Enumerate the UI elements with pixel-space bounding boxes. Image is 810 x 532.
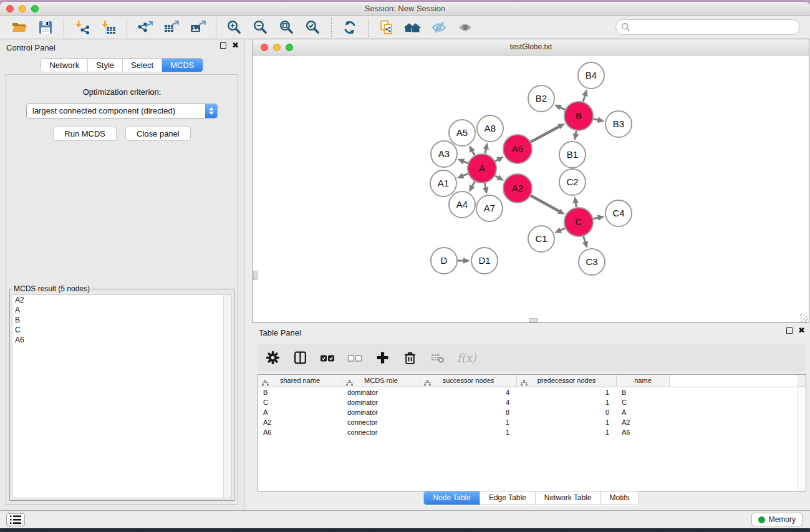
- import-network-button[interactable]: [69, 17, 95, 37]
- tab-select[interactable]: Select: [122, 59, 162, 72]
- show-eye-button[interactable]: [452, 17, 478, 37]
- app-title: Session: New Session: [0, 2, 810, 15]
- network-close-button[interactable]: [261, 44, 268, 51]
- graph-node-label: A6: [512, 143, 523, 154]
- hide-all-columns-button[interactable]: [347, 351, 362, 365]
- column-header-mcds-role[interactable]: MCDS role: [342, 375, 420, 387]
- toolbar-separator: [368, 18, 369, 37]
- table-settings-button[interactable]: [265, 351, 280, 365]
- column-type-icon: [346, 378, 353, 390]
- graph-node-label: A2: [512, 183, 523, 193]
- network-horizontal-scroll-nub[interactable]: [529, 318, 538, 322]
- tab-motifs[interactable]: Motifs: [600, 491, 639, 505]
- tab-network-table[interactable]: Network Table: [535, 491, 600, 505]
- zoom-out-button[interactable]: [248, 17, 274, 37]
- memory-button[interactable]: Memory: [751, 513, 803, 526]
- refresh-view-button[interactable]: [337, 17, 363, 37]
- network-vertical-scroll-nub[interactable]: [253, 271, 258, 280]
- network-zoom-button[interactable]: [286, 44, 293, 51]
- eye-icon: [457, 19, 473, 36]
- float-panel-icon[interactable]: [220, 42, 226, 49]
- close-panel-icon[interactable]: ✖: [232, 42, 239, 49]
- minimize-window-button[interactable]: [19, 5, 26, 12]
- export-network-button[interactable]: [132, 17, 158, 37]
- split-table-button[interactable]: [292, 351, 307, 365]
- window-resize-grip[interactable]: [800, 314, 808, 322]
- zoom-window-button[interactable]: [31, 5, 39, 12]
- close-panel-icon[interactable]: ✖: [798, 327, 805, 334]
- tab-network[interactable]: Network: [41, 59, 87, 72]
- mcds-result-item[interactable]: C: [12, 325, 231, 335]
- graph-node-label: B1: [567, 149, 578, 160]
- zoom-fit-button[interactable]: [274, 17, 300, 37]
- criterion-dropdown[interactable]: largest connected component (directed): [26, 104, 218, 118]
- zoom-in-button[interactable]: [221, 17, 248, 37]
- mcds-result-item[interactable]: A: [12, 305, 231, 315]
- float-panel-icon[interactable]: [786, 327, 793, 334]
- table-cell: A: [617, 407, 670, 417]
- table-row[interactable]: Bdominator41B: [258, 387, 806, 397]
- graph-edge-arrowhead: [456, 173, 464, 178]
- table-panel-title: Table Panel: [259, 328, 301, 337]
- tab-edge-table[interactable]: Edge Table: [480, 491, 535, 505]
- delete-column-button[interactable]: [402, 351, 417, 365]
- network-window-titlebar[interactable]: testGlobe.txt: [253, 39, 809, 56]
- mcds-result-item[interactable]: A2: [12, 295, 231, 305]
- save-session-button[interactable]: [32, 17, 59, 37]
- graph-edge[interactable]: [531, 196, 560, 212]
- table-row[interactable]: Cdominator41C: [258, 397, 806, 407]
- memory-label: Memory: [769, 515, 796, 524]
- table-row[interactable]: Adominator80A: [258, 407, 806, 417]
- duplicate-network-button[interactable]: [374, 17, 400, 37]
- column-header-predecessor-nodes[interactable]: predecessor nodes: [517, 375, 617, 387]
- table-cell: C: [258, 397, 342, 407]
- graph-node-label: A3: [438, 148, 450, 159]
- column-header-shared-name[interactable]: shared name: [258, 375, 342, 387]
- search-icon: [621, 22, 630, 32]
- hide-panels-button[interactable]: [426, 17, 452, 37]
- node-table: shared name MCDS role successor nodes pr…: [258, 374, 806, 491]
- table-cell: 0: [517, 407, 617, 417]
- table-scrollbar[interactable]: [798, 375, 806, 491]
- graph-edge[interactable]: [531, 126, 560, 142]
- network-view-window: testGlobe.txt B4B2BB3B1A5A8A6A3AA1C2A2A4…: [253, 39, 809, 323]
- export-image-button[interactable]: [185, 17, 211, 37]
- graph-edge-arrowhead: [582, 89, 587, 97]
- tab-node-table[interactable]: Node Table: [424, 491, 480, 505]
- close-window-button[interactable]: [6, 5, 14, 12]
- search-field[interactable]: [615, 19, 800, 35]
- run-mcds-button[interactable]: Run MCDS: [53, 127, 117, 141]
- create-column-button[interactable]: [375, 351, 390, 365]
- tab-mcds[interactable]: MCDS: [162, 59, 202, 72]
- graph-node-label: A4: [456, 199, 468, 210]
- mcds-result-item[interactable]: A6: [12, 335, 231, 345]
- delete-table-button[interactable]: [430, 351, 445, 365]
- zoom-out-icon: [253, 19, 269, 36]
- graph-edge-arrowhead: [483, 187, 488, 195]
- close-panel-button[interactable]: Close panel: [125, 127, 191, 141]
- mcds-result-item[interactable]: B: [12, 315, 231, 325]
- table-row[interactable]: A6connector11A6: [258, 427, 806, 437]
- zoom-selected-button[interactable]: [300, 17, 326, 37]
- split-view-icon: [293, 351, 307, 365]
- tab-style[interactable]: Style: [87, 59, 122, 72]
- export-table-button[interactable]: [158, 17, 185, 37]
- mcds-list-scrollbar[interactable]: [223, 295, 231, 498]
- open-session-button[interactable]: [6, 17, 32, 37]
- search-input[interactable]: [630, 23, 794, 32]
- import-table-button[interactable]: [95, 17, 122, 37]
- task-history-button[interactable]: [6, 513, 25, 526]
- column-header-name[interactable]: name: [617, 375, 670, 387]
- function-builder-button[interactable]: f(x): [457, 351, 476, 364]
- home-overview-button[interactable]: [400, 17, 426, 37]
- toolbar-separator: [331, 18, 332, 37]
- table-row[interactable]: A2connector11A2: [258, 417, 806, 427]
- graph-node-label: A: [479, 163, 485, 173]
- column-header-successor-nodes[interactable]: successor nodes: [420, 375, 517, 387]
- network-canvas[interactable]: B4B2BB3B1A5A8A6A3AA1C2A2A4A7C4CC1C3DD1: [253, 56, 809, 322]
- eye-slash-icon: [431, 19, 447, 36]
- network-minimize-button[interactable]: [273, 44, 281, 51]
- graph-node-label: D1: [478, 255, 490, 266]
- graph-node-label: C: [576, 216, 582, 227]
- show-all-columns-button[interactable]: [320, 351, 335, 365]
